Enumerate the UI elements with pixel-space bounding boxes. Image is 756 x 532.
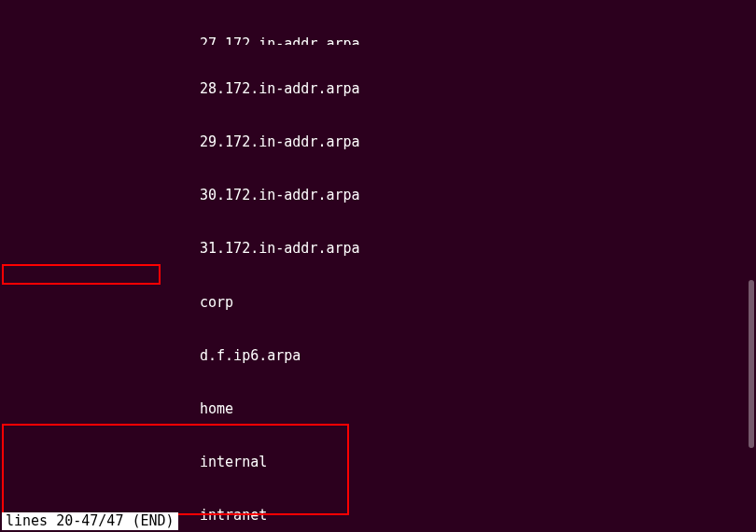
- domain-entry: 27.172.in-addr.arpa: [200, 35, 360, 45]
- domain-entry: home: [200, 400, 233, 418]
- domain-entry: internal: [200, 454, 267, 471]
- terminal-output: 27.172.in-addr.arpa 28.172.in-addr.arpa …: [0, 0, 756, 532]
- domain-entry: corp: [200, 294, 233, 312]
- domain-entry: 29.172.in-addr.arpa: [200, 133, 360, 151]
- domain-entry: 31.172.in-addr.arpa: [200, 240, 360, 258]
- domain-entry: intranet: [200, 507, 267, 525]
- domain-entry: 28.172.in-addr.arpa: [200, 80, 360, 98]
- domain-entry: d.f.ip6.arpa: [200, 347, 301, 365]
- pager-status-line: lines 20-47/47 (END): [2, 512, 178, 530]
- domain-entry: 30.172.in-addr.arpa: [200, 187, 360, 204]
- scrollbar[interactable]: [749, 280, 754, 448]
